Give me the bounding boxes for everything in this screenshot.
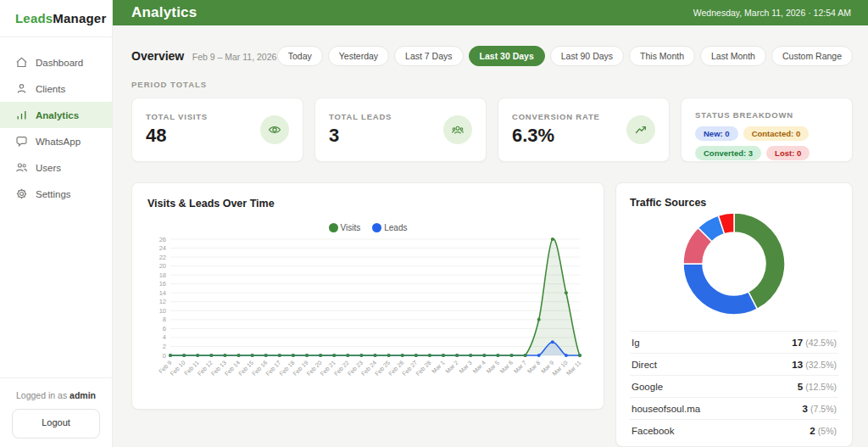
svg-text:Mar 5: Mar 5 (485, 360, 500, 375)
traffic-sources-list: Ig17 (42.5%)Direct13 (32.5%)Google5 (12.… (630, 331, 838, 441)
svg-text:14: 14 (159, 289, 166, 297)
stat-cards-row: TOTAL VISITS 48 TOTAL LEADS 3 (131, 98, 853, 162)
chart-icon (15, 109, 28, 121)
sidebar-item-clients[interactable]: Clients (0, 75, 112, 102)
svg-text:20: 20 (159, 262, 166, 270)
logged-in-prefix: Logged in as (16, 390, 67, 400)
sidebar: LeadsManager DashboardClientsAnalyticsWh… (0, 0, 113, 447)
status-breakdown-label: STATUS BREAKDOWN (695, 110, 838, 120)
sidebar-item-whatsapp[interactable]: WhatsApp (0, 128, 112, 154)
traffic-source-value: 13 (32.5%) (792, 360, 837, 370)
traffic-source-row: Google5 (12.5%) (630, 375, 838, 397)
gear-icon (15, 187, 28, 200)
svg-text:4: 4 (163, 333, 166, 341)
svg-text:26: 26 (159, 236, 166, 243)
sidebar-item-dashboard[interactable]: Dashboard (0, 49, 112, 75)
logged-in-username: admin (70, 390, 96, 400)
svg-text:2: 2 (163, 343, 166, 350)
overview-date-range: Feb 9 – Mar 11, 2026 (192, 52, 277, 62)
visits-leads-chart-card: Visits & Leads Over Time VisitsLeads 024… (131, 182, 604, 410)
svg-text:Mar 7: Mar 7 (513, 360, 528, 375)
svg-text:Mar 1: Mar 1 (431, 360, 446, 375)
sidebar-footer: Logged in as admin Logout (0, 377, 112, 447)
filter-today[interactable]: Today (277, 46, 323, 66)
svg-text:0: 0 (163, 352, 166, 360)
traffic-source-row: Direct13 (32.5%) (630, 353, 838, 375)
main-area: Analytics Wednesday, March 11, 2026 · 12… (113, 0, 868, 447)
stat-card-conversion-rate: CONVERSION RATE 6.3% (498, 98, 670, 162)
traffic-source-row: Facebook2 (5%) (630, 419, 838, 441)
page-title: Analytics (131, 4, 197, 21)
status-badge: Converted: 3 (695, 146, 761, 160)
svg-text:Mar 11: Mar 11 (565, 360, 582, 377)
traffic-source-row: Ig17 (42.5%) (630, 331, 838, 353)
svg-text:12: 12 (159, 298, 166, 305)
svg-text:22: 22 (159, 254, 166, 261)
home-icon (15, 56, 28, 69)
content: Overview Feb 9 – Mar 11, 2026 TodayYeste… (113, 25, 868, 447)
filter-yesterday[interactable]: Yesterday (328, 46, 389, 66)
line-chart-title: Visits & Leads Over Time (147, 198, 588, 210)
sidebar-item-label: Settings (36, 189, 71, 199)
chat-icon (15, 135, 28, 148)
traffic-source-label: Google (632, 382, 663, 392)
traffic-source-value: 2 (5%) (810, 426, 837, 436)
legend-item-visits: Visits (329, 223, 361, 232)
sidebar-item-label: Analytics (36, 110, 79, 120)
visits-leads-line-chart: 02468101214161820222426Feb 9Feb 10Feb 11… (147, 232, 588, 400)
traffic-donut-chart (630, 209, 838, 319)
filter-last-90-days[interactable]: Last 90 Days (550, 46, 624, 66)
stat-card-status-breakdown: STATUS BREAKDOWN New: 0Contacted: 0Conve… (681, 98, 853, 162)
svg-text:10: 10 (159, 307, 166, 315)
sidebar-item-analytics[interactable]: Analytics (0, 102, 112, 128)
brand-logo: LeadsManager (0, 0, 112, 37)
svg-text:18: 18 (159, 271, 166, 279)
traffic-source-label: Ig (632, 338, 640, 348)
legend-dot (329, 223, 338, 232)
filter-last-month[interactable]: Last Month (700, 46, 766, 66)
traffic-source-label: Facebook (632, 426, 675, 436)
status-badge: New: 0 (695, 126, 738, 141)
sidebar-item-label: WhatsApp (36, 137, 81, 147)
svg-text:Mar 2: Mar 2 (444, 360, 459, 375)
filter-custom-range[interactable]: Custom Range (771, 46, 853, 66)
line-chart-legend: VisitsLeads (147, 223, 588, 232)
svg-text:Mar 4: Mar 4 (471, 360, 487, 375)
svg-text:Feb 28: Feb 28 (415, 360, 431, 377)
overview-row: Overview Feb 9 – Mar 11, 2026 TodayYeste… (131, 46, 853, 66)
eye-icon (260, 115, 289, 144)
svg-text:Mar 3: Mar 3 (458, 360, 473, 375)
legend-item-leads: Leads (372, 223, 407, 232)
traffic-source-label: houseofsoul.ma (632, 404, 700, 414)
trending-up-icon (626, 115, 655, 144)
status-badge: Contacted: 0 (743, 126, 810, 141)
sidebar-item-label: Clients (36, 84, 65, 94)
sidebar-item-users[interactable]: Users (0, 154, 112, 181)
svg-text:Mar 8: Mar 8 (526, 360, 542, 375)
traffic-source-value: 5 (12.5%) (798, 382, 837, 392)
status-badge: Lost: 0 (766, 146, 810, 160)
svg-text:Mar 6: Mar 6 (499, 360, 515, 375)
svg-text:24: 24 (159, 244, 166, 252)
traffic-source-label: Direct (632, 360, 657, 370)
status-badges: New: 0Contacted: 0Converted: 3Lost: 0 (695, 126, 838, 160)
sidebar-nav: DashboardClientsAnalyticsWhatsAppUsersSe… (0, 49, 112, 377)
sidebar-item-label: Users (36, 163, 61, 173)
svg-text:16: 16 (159, 280, 166, 288)
traffic-source-value: 3 (7.5%) (802, 404, 837, 414)
filter-this-month[interactable]: This Month (629, 46, 695, 66)
filter-last-7-days[interactable]: Last 7 Days (394, 46, 463, 66)
traffic-source-value: 17 (42.5%) (792, 338, 837, 348)
charts-row: Visits & Leads Over Time VisitsLeads 024… (131, 182, 853, 447)
sidebar-item-settings[interactable]: Settings (0, 181, 112, 207)
logout-button[interactable]: Logout (12, 409, 100, 439)
traffic-source-row: houseofsoul.ma3 (7.5%) (630, 397, 838, 419)
sidebar-item-label: Dashboard (36, 58, 83, 68)
filter-last-30-days[interactable]: Last 30 Days (469, 46, 545, 66)
period-totals-label: PERIOD TOTALS (131, 80, 853, 89)
people-icon (15, 161, 28, 174)
stat-card-total-visits: TOTAL VISITS 48 (131, 98, 303, 162)
date-range-filters: TodayYesterdayLast 7 DaysLast 30 DaysLas… (277, 46, 853, 66)
brand-logo-manager: Manager (53, 11, 106, 25)
donut-chart-title: Traffic Sources (630, 197, 838, 209)
